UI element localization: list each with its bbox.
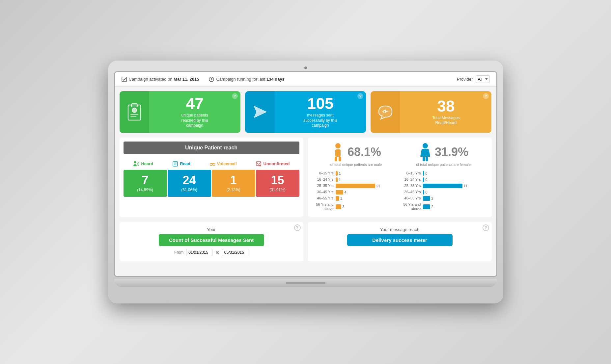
response-labels: Heard Read — [120, 158, 303, 170]
svg-line-3 — [211, 79, 212, 80]
male-age-chart: 0–15 Yrs116–24 Yrs125–35 Yrs2136–45 Yrs4… — [313, 171, 400, 213]
unconfirmed-number: 15 — [271, 174, 284, 186]
age-row: 16–24 Yrs0 — [400, 177, 487, 182]
age-row: 0–15 Yrs1 — [313, 171, 400, 176]
age-label: 36–45 Yrs — [313, 190, 336, 194]
stat-number-readheard: 38 — [437, 98, 455, 114]
age-val: 0 — [426, 190, 428, 194]
stat-card-patients: ? 47 unique patientsreached by thiscampa… — [120, 91, 240, 133]
right-panel: 68.1% of total unique patients are male — [308, 138, 492, 217]
age-bar-wrap: 0 — [423, 177, 487, 182]
age-label: 36–45 Yrs — [400, 190, 423, 194]
female-age-chart: 0–15 Yrs016–24 Yrs025–35 Yrs1136–45 Yrs0… — [400, 171, 487, 213]
stat-icon-readheard — [371, 91, 400, 133]
age-bar-wrap: 1 — [336, 177, 400, 182]
voicemail-icon — [209, 161, 215, 167]
age-row: 56 Yrs and above2 — [400, 202, 487, 211]
age-row: 0–15 Yrs0 — [400, 171, 487, 176]
age-val: 1 — [339, 171, 341, 175]
bottom-card-messages: ? Your Count of Successful Messages Sent… — [120, 222, 303, 261]
age-label: 16–24 Yrs — [400, 177, 423, 182]
female-sublabel: of total unique patients are female — [416, 163, 471, 167]
stat-label-readheard: Total MessagesRead/Heard — [432, 116, 459, 126]
bottom-card-delivery: ? Your message reach Delivery success me… — [308, 222, 492, 261]
age-label: 25–35 Yrs — [313, 184, 336, 188]
age-bar-wrap: 3 — [336, 204, 400, 209]
camera-dot — [304, 66, 307, 69]
stats-row: ? 47 unique patientsreached by thiscampa… — [115, 87, 496, 133]
age-bar — [336, 204, 341, 209]
male-pct: 68.1% — [347, 145, 381, 159]
gender-male: 68.1% of total unique patients are male — [313, 142, 400, 167]
age-val: 2 — [341, 196, 343, 200]
svg-rect-7 — [130, 114, 138, 115]
stat-card-readheard: ? 38 Total MessagesRead/Heard — [371, 91, 491, 133]
age-bar-wrap: 1 — [336, 171, 400, 176]
campaign-running-text: Campaign running for last 134 days — [216, 77, 284, 82]
to-label: To — [215, 250, 219, 255]
age-bar-wrap: 2 — [423, 204, 487, 209]
label-heard: Heard — [133, 161, 153, 167]
voicemail-pct: (2.13%) — [226, 188, 240, 192]
age-bar — [336, 171, 338, 176]
age-bar-wrap: 2 — [336, 196, 400, 201]
label-unconfirmed: Unconfirmed — [256, 161, 290, 167]
dashboard: Campaign activated on Mar 11, 2015 Campa… — [115, 72, 496, 276]
stat-content-readheard: ? 38 Total MessagesRead/Heard — [400, 91, 491, 133]
age-bar-wrap: 0 — [423, 190, 487, 195]
bottom-right-help[interactable]: ? — [483, 224, 489, 231]
male-sublabel: of total unique patients are male — [330, 163, 382, 167]
bottom-left-help[interactable]: ? — [294, 224, 301, 231]
stat-content-patients: ? 47 unique patientsreached by thiscampa… — [149, 91, 240, 133]
gender-row: 68.1% of total unique patients are male — [308, 138, 492, 171]
response-block-unconfirmed: 15 (31.91%) — [256, 170, 299, 197]
campaign-activated-text: Campaign activated on Mar 11, 2015 — [129, 77, 199, 82]
delivery-success-btn[interactable]: Delivery success meter — [347, 234, 453, 246]
unconfirmed-pct: (31.91%) — [269, 188, 286, 192]
stat-content-messages: ? 105 messages sentsuccessfully by thisc… — [275, 91, 366, 133]
svg-rect-23 — [335, 149, 341, 157]
age-bar — [336, 177, 338, 182]
stat-help-messages[interactable]: ? — [357, 93, 363, 99]
bottom-row: ? Your Count of Successful Messages Sent… — [115, 222, 496, 266]
checkbox-icon — [122, 77, 127, 82]
to-date[interactable] — [222, 249, 248, 256]
from-date[interactable] — [186, 249, 212, 256]
age-bar-wrap: 0 — [423, 171, 487, 176]
send-icon — [251, 103, 269, 121]
age-bar — [423, 204, 430, 209]
messages-sent-btn[interactable]: Count of Successful Messages Sent — [159, 234, 264, 246]
heard-number: 7 — [142, 174, 148, 186]
clipboard-icon — [125, 102, 143, 122]
age-row: 46–55 Yrs2 — [400, 196, 487, 201]
stat-label-messages: messages sentsuccessfully by thiscampaig… — [303, 113, 337, 128]
age-row: 25–35 Yrs11 — [400, 184, 487, 188]
age-val: 0 — [426, 171, 428, 175]
age-label: 0–15 Yrs — [313, 171, 336, 175]
response-blocks: 7 (14.89%) 24 (51.06%) 1 (2.13%) 15 — [124, 170, 299, 197]
age-val: 2 — [431, 205, 433, 209]
date-range: From To — [125, 249, 298, 256]
age-val: 11 — [464, 184, 468, 188]
gender-female: 31.9% of total unique patients are femal… — [400, 142, 487, 167]
laptop-screen: Campaign activated on Mar 11, 2015 Campa… — [114, 71, 497, 277]
clock-icon — [209, 77, 214, 82]
top-bar-left: Campaign activated on Mar 11, 2015 Campa… — [122, 77, 285, 82]
response-block-read: 24 (51.06%) — [168, 170, 211, 197]
laptop-base — [114, 279, 497, 287]
svg-rect-28 — [426, 157, 428, 161]
female-pct: 31.9% — [435, 145, 468, 159]
voicemail-number: 1 — [230, 174, 236, 186]
read-pct: (51.06%) — [181, 188, 197, 192]
age-bar — [336, 196, 339, 201]
stat-help-readheard[interactable]: ? — [483, 93, 489, 99]
age-bar — [423, 171, 424, 176]
age-bar — [336, 190, 343, 195]
age-row: 36–45 Yrs4 — [313, 190, 400, 195]
message-reach-label: Your message reach — [313, 227, 486, 232]
provider-select[interactable]: All — [476, 75, 490, 83]
svg-rect-27 — [423, 157, 425, 161]
stat-help-patients[interactable]: ? — [232, 93, 238, 99]
read-number: 24 — [182, 174, 196, 186]
svg-point-17 — [212, 163, 215, 166]
